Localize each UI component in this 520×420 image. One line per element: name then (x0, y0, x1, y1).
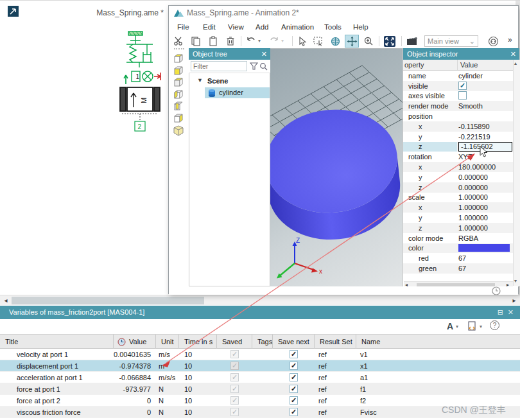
col-save-next[interactable]: Save next (273, 335, 315, 349)
table-row-velocity[interactable]: velocity at port 10.00401635m/s10 ✓ ✓ re… (0, 349, 520, 360)
inspector-row-rotation-y[interactable]: y0.000000 (403, 172, 513, 182)
view-selector-combobox[interactable]: Main view ⌄ (424, 35, 478, 47)
inspector-row-rotation-z[interactable]: z0.000000 (403, 182, 513, 193)
help-icon[interactable]: ? (490, 320, 499, 330)
col-saved[interactable]: Saved (217, 335, 252, 349)
cut-icon[interactable] (171, 35, 186, 48)
view-cube-iso-icon[interactable] (173, 125, 186, 136)
menu-tools[interactable]: Tools (322, 22, 344, 32)
close-icon[interactable]: ✕ (510, 48, 516, 60)
inspector-row-scale-y[interactable]: y1.000000 (403, 213, 513, 223)
view-cube-icon-4[interactable] (173, 89, 186, 100)
inspector-row-scale[interactable]: scale1.000000 (403, 193, 513, 203)
zoom-icon[interactable] (361, 35, 376, 48)
variables-panel-header[interactable]: Variables of mass_friction2port [MAS004-… (0, 306, 520, 319)
rubber-band-select-icon[interactable] (311, 35, 325, 48)
animation-titlebar[interactable]: Mass_Spring.ame - Animation 2* — □ ✕ (169, 6, 518, 20)
table-row-acceleration[interactable]: acceleration at port 1-0.066884m/s/s10 ✓… (0, 372, 520, 383)
save-next-checkbox[interactable]: ✓ (290, 408, 298, 416)
menu-add[interactable]: Add (253, 22, 271, 32)
strip-drag-handle[interactable] (174, 48, 184, 50)
save-next-checkbox[interactable]: ✓ (290, 385, 298, 393)
mass-spring-sketch[interactable]: 1 M 2 (96, 28, 180, 142)
inspector-row-color[interactable]: color (403, 243, 513, 254)
plot-dropdown-icon[interactable]: ▾ (456, 324, 458, 329)
view-cube-icon-1[interactable] (173, 53, 186, 64)
col-result-set[interactable]: Result Set (315, 335, 356, 349)
menu-file[interactable]: File (175, 22, 192, 32)
tree-node-cylinder[interactable]: cylinder (205, 87, 270, 98)
view-cube-icon-5[interactable] (173, 101, 186, 112)
inspector-row-position-z[interactable]: z-1.165602 (403, 142, 513, 152)
paste-icon[interactable] (206, 35, 220, 48)
inspector-row-name[interactable]: namecylinder (403, 71, 513, 81)
object-inspector-header[interactable]: Object inspector ✕ (403, 48, 519, 60)
orbit-icon[interactable] (328, 35, 342, 48)
menu-edit[interactable]: Edit (200, 22, 218, 32)
inspector-row-scale-x[interactable]: x1.000000 (403, 202, 513, 213)
save-next-checkbox[interactable]: ✓ (290, 350, 298, 358)
copy-icon[interactable] (189, 35, 203, 48)
loop-playback-icon[interactable] (486, 35, 500, 48)
view-cube-icon-3[interactable] (173, 77, 186, 88)
menu-help[interactable]: Help (351, 22, 371, 32)
col-unit[interactable]: Unit (156, 335, 179, 349)
search-icon[interactable] (259, 62, 268, 71)
save-next-checkbox[interactable]: ✓ (290, 373, 298, 381)
inspector-row-green[interactable]: green67 (403, 263, 513, 274)
filter-funnel-icon[interactable] (250, 62, 258, 71)
inspector-row-axes-visible[interactable]: axes visible (403, 91, 513, 101)
sketch-horizontal-scrollbar[interactable]: ◂ ▸ (0, 295, 520, 305)
close-icon[interactable]: ✕ (508, 306, 514, 319)
menu-animation[interactable]: Animation (279, 22, 316, 32)
inspector-row-color-mode[interactable]: color modeRGBA (403, 233, 513, 243)
fullscreen-icon[interactable] (383, 35, 397, 48)
z-value-editbox[interactable]: -1.165602 (458, 142, 512, 152)
export-dropdown-icon[interactable]: ▾ (480, 324, 482, 329)
table-row-force-1[interactable]: force at port 1-973.977N10 ✓ ✓ reff1 (0, 383, 520, 395)
scroll-left-icon[interactable]: ◂ (1, 295, 10, 306)
export-data-icon[interactable] (467, 321, 478, 331)
scroll-up-icon[interactable]: ▴ (514, 60, 517, 66)
color-swatch[interactable] (458, 244, 510, 252)
view-cube-icon-2[interactable] (173, 66, 186, 76)
col-time[interactable]: Time in s (179, 335, 217, 349)
inspector-row-rotation-x[interactable]: x180.000000 (403, 162, 513, 172)
delete-icon[interactable] (223, 35, 238, 48)
menu-view[interactable]: View (225, 22, 247, 32)
inspector-row-rotation[interactable]: rotationXYZ+ (403, 152, 513, 162)
tree-expand-icon[interactable]: ▼ (197, 77, 203, 83)
save-next-checkbox[interactable]: ✓ (290, 396, 298, 405)
view-cube-icon-6[interactable] (173, 113, 186, 124)
object-tree-header[interactable]: Object tree ✕ (189, 48, 270, 60)
inspector-row-position-x[interactable]: x-0.115890 (403, 121, 513, 132)
toolbar-overflow-button[interactable]: » (508, 35, 512, 44)
undo-dropdown-icon[interactable]: ▾ (258, 38, 261, 44)
tree-node-scene[interactable]: ▼ Scene (189, 76, 270, 87)
col-tags[interactable]: Tags (252, 335, 273, 349)
col-value[interactable]: Value (114, 335, 156, 349)
inspector-row-scale-z[interactable]: z1.000000 (403, 223, 513, 233)
inspector-row-position-y[interactable]: y-0.221519 (403, 132, 513, 142)
inspector-row-position[interactable]: position (403, 111, 513, 121)
viewport-3d[interactable]: Z x (270, 48, 403, 286)
checkbox-unchecked-icon[interactable] (458, 91, 467, 100)
scroll-down-icon[interactable]: ▾ (514, 278, 517, 284)
dock-icon[interactable]: ⊟ (498, 306, 503, 319)
scroll-right-icon[interactable]: ▸ (510, 295, 519, 306)
plot-variables-icon[interactable]: A (447, 321, 453, 331)
inspector-row-render-mode[interactable]: render modeSmooth (403, 101, 513, 111)
clapperboard-icon[interactable] (405, 35, 419, 48)
inspector-row-red[interactable]: red67 (403, 253, 513, 263)
checkbox-checked-icon[interactable]: ✓ (458, 82, 467, 90)
undo-icon[interactable] (244, 35, 258, 48)
pan-icon[interactable] (345, 35, 359, 48)
redo-dropdown-icon[interactable]: ▾ (281, 38, 284, 44)
save-next-checkbox[interactable]: ✓ (290, 362, 298, 370)
col-title[interactable]: Title (0, 335, 114, 349)
scrollbar-thumb[interactable] (12, 297, 204, 304)
select-cursor-icon[interactable] (295, 35, 309, 48)
redo-icon[interactable] (267, 35, 281, 48)
table-row-displacement[interactable]: displacement port 1-0.974378m10 ✓ ✓ refx… (0, 360, 520, 372)
col-name[interactable]: Name (356, 335, 520, 349)
